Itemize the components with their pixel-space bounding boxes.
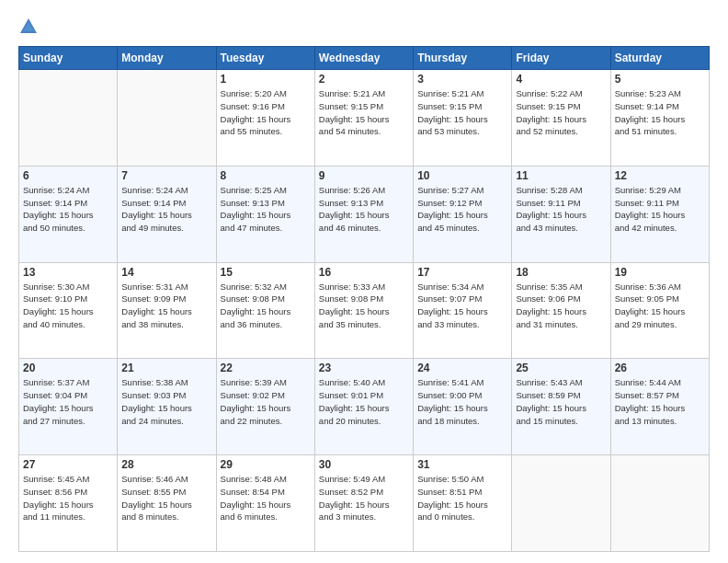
- weekday-header-cell: Thursday: [414, 47, 512, 70]
- day-number: 14: [121, 266, 211, 279]
- day-number: 10: [417, 169, 507, 182]
- calendar-week-row: 13Sunrise: 5:30 AMSunset: 9:10 PMDayligh…: [19, 262, 710, 359]
- calendar-day-cell: 5Sunrise: 5:23 AMSunset: 9:14 PMDaylight…: [610, 70, 709, 167]
- calendar-week-row: 20Sunrise: 5:37 AMSunset: 9:04 PMDayligh…: [19, 359, 710, 455]
- calendar-day-cell: 28Sunrise: 5:46 AMSunset: 8:55 PMDayligh…: [118, 455, 216, 552]
- day-number: 5: [615, 73, 705, 86]
- day-info: Sunrise: 5:50 AMSunset: 8:51 PMDaylight:…: [417, 473, 507, 523]
- calendar-day-cell: 13Sunrise: 5:30 AMSunset: 9:10 PMDayligh…: [19, 262, 118, 359]
- day-info: Sunrise: 5:37 AMSunset: 9:04 PMDaylight:…: [23, 376, 113, 427]
- calendar-day-cell: 31Sunrise: 5:50 AMSunset: 8:51 PMDayligh…: [414, 455, 512, 552]
- day-info: Sunrise: 5:24 AMSunset: 9:14 PMDaylight:…: [121, 184, 211, 235]
- day-number: 3: [417, 73, 507, 86]
- day-info: Sunrise: 5:39 AMSunset: 9:02 PMDaylight:…: [221, 376, 311, 427]
- day-info: Sunrise: 5:20 AMSunset: 9:16 PMDaylight:…: [221, 87, 311, 138]
- calendar-day-cell: 10Sunrise: 5:27 AMSunset: 9:12 PMDayligh…: [414, 166, 512, 262]
- calendar-day-cell: 3Sunrise: 5:21 AMSunset: 9:15 PMDaylight…: [414, 70, 512, 167]
- day-number: 17: [417, 266, 507, 279]
- day-info: Sunrise: 5:41 AMSunset: 9:00 PMDaylight:…: [417, 376, 507, 427]
- calendar-day-cell: 9Sunrise: 5:26 AMSunset: 9:13 PMDaylight…: [314, 166, 413, 262]
- calendar-day-cell: 14Sunrise: 5:31 AMSunset: 9:09 PMDayligh…: [118, 262, 216, 359]
- weekday-header-cell: Friday: [512, 47, 610, 70]
- calendar-day-cell: 15Sunrise: 5:32 AMSunset: 9:08 PMDayligh…: [216, 262, 314, 359]
- day-info: Sunrise: 5:34 AMSunset: 9:07 PMDaylight:…: [417, 281, 507, 331]
- day-info: Sunrise: 5:49 AMSunset: 8:52 PMDaylight:…: [319, 473, 409, 523]
- day-number: 13: [23, 266, 113, 279]
- day-number: 12: [615, 169, 705, 182]
- calendar-day-cell: 11Sunrise: 5:28 AMSunset: 9:11 PMDayligh…: [512, 166, 610, 262]
- calendar-day-cell: 16Sunrise: 5:33 AMSunset: 9:08 PMDayligh…: [314, 262, 413, 359]
- day-number: 6: [23, 169, 113, 182]
- day-number: 2: [319, 73, 409, 86]
- day-info: Sunrise: 5:30 AMSunset: 9:10 PMDaylight:…: [23, 281, 113, 331]
- day-number: 7: [121, 169, 211, 182]
- calendar-day-cell: 18Sunrise: 5:35 AMSunset: 9:06 PMDayligh…: [512, 262, 610, 359]
- calendar-day-cell: 23Sunrise: 5:40 AMSunset: 9:01 PMDayligh…: [314, 359, 413, 455]
- day-info: Sunrise: 5:35 AMSunset: 9:06 PMDaylight:…: [516, 281, 606, 331]
- day-info: Sunrise: 5:31 AMSunset: 9:09 PMDaylight:…: [121, 281, 211, 331]
- calendar-week-row: 27Sunrise: 5:45 AMSunset: 8:56 PMDayligh…: [19, 455, 710, 552]
- weekday-header-cell: Wednesday: [314, 47, 413, 70]
- day-number: 1: [221, 73, 311, 86]
- day-info: Sunrise: 5:36 AMSunset: 9:05 PMDaylight:…: [615, 281, 705, 331]
- day-info: Sunrise: 5:38 AMSunset: 9:03 PMDaylight:…: [121, 376, 211, 427]
- day-number: 25: [516, 362, 606, 374]
- day-number: 9: [319, 169, 409, 182]
- calendar-day-cell: 1Sunrise: 5:20 AMSunset: 9:16 PMDaylight…: [216, 70, 314, 167]
- calendar-week-row: 6Sunrise: 5:24 AMSunset: 9:14 PMDaylight…: [19, 166, 710, 262]
- day-number: 24: [417, 362, 507, 374]
- calendar-day-cell: 20Sunrise: 5:37 AMSunset: 9:04 PMDayligh…: [19, 359, 118, 455]
- day-info: Sunrise: 5:29 AMSunset: 9:11 PMDaylight:…: [615, 184, 705, 235]
- day-number: 20: [23, 362, 113, 374]
- logo: [18, 17, 42, 37]
- day-info: Sunrise: 5:26 AMSunset: 9:13 PMDaylight:…: [319, 184, 409, 235]
- day-info: Sunrise: 5:46 AMSunset: 8:55 PMDaylight:…: [121, 473, 211, 523]
- weekday-header-cell: Monday: [118, 47, 216, 70]
- calendar-day-cell: 27Sunrise: 5:45 AMSunset: 8:56 PMDayligh…: [19, 455, 118, 552]
- calendar-day-cell: 25Sunrise: 5:43 AMSunset: 8:59 PMDayligh…: [512, 359, 610, 455]
- day-number: 27: [23, 458, 113, 471]
- day-info: Sunrise: 5:22 AMSunset: 9:15 PMDaylight:…: [516, 87, 606, 138]
- calendar-day-cell: 6Sunrise: 5:24 AMSunset: 9:14 PMDaylight…: [19, 166, 118, 262]
- day-number: 19: [615, 266, 705, 279]
- day-info: Sunrise: 5:40 AMSunset: 9:01 PMDaylight:…: [319, 376, 409, 427]
- day-number: 16: [319, 266, 409, 279]
- calendar-empty-cell: [19, 70, 118, 167]
- day-info: Sunrise: 5:43 AMSunset: 8:59 PMDaylight:…: [516, 376, 606, 427]
- day-info: Sunrise: 5:48 AMSunset: 8:54 PMDaylight:…: [221, 473, 311, 523]
- day-number: 23: [319, 362, 409, 374]
- logo-icon: [18, 17, 39, 37]
- weekday-header-row: SundayMondayTuesdayWednesdayThursdayFrid…: [19, 47, 710, 70]
- day-number: 22: [221, 362, 311, 374]
- calendar-day-cell: 7Sunrise: 5:24 AMSunset: 9:14 PMDaylight…: [118, 166, 216, 262]
- day-number: 8: [221, 169, 311, 182]
- day-number: 31: [417, 458, 507, 471]
- day-number: 11: [516, 169, 606, 182]
- day-number: 15: [221, 266, 311, 279]
- day-info: Sunrise: 5:23 AMSunset: 9:14 PMDaylight:…: [615, 87, 705, 138]
- calendar-day-cell: 19Sunrise: 5:36 AMSunset: 9:05 PMDayligh…: [610, 262, 709, 359]
- calendar-table: SundayMondayTuesdayWednesdayThursdayFrid…: [18, 46, 710, 552]
- weekday-header-cell: Sunday: [19, 47, 118, 70]
- calendar-day-cell: 30Sunrise: 5:49 AMSunset: 8:52 PMDayligh…: [314, 455, 413, 552]
- day-info: Sunrise: 5:33 AMSunset: 9:08 PMDaylight:…: [319, 281, 409, 331]
- day-info: Sunrise: 5:25 AMSunset: 9:13 PMDaylight:…: [221, 184, 311, 235]
- day-info: Sunrise: 5:32 AMSunset: 9:08 PMDaylight:…: [221, 281, 311, 331]
- calendar-day-cell: 12Sunrise: 5:29 AMSunset: 9:11 PMDayligh…: [610, 166, 709, 262]
- calendar-body: 1Sunrise: 5:20 AMSunset: 9:16 PMDaylight…: [19, 70, 710, 552]
- day-number: 21: [121, 362, 211, 374]
- calendar-empty-cell: [610, 455, 709, 552]
- day-number: 4: [516, 73, 606, 86]
- calendar-day-cell: 29Sunrise: 5:48 AMSunset: 8:54 PMDayligh…: [216, 455, 314, 552]
- day-info: Sunrise: 5:21 AMSunset: 9:15 PMDaylight:…: [319, 87, 409, 138]
- calendar-day-cell: 21Sunrise: 5:38 AMSunset: 9:03 PMDayligh…: [118, 359, 216, 455]
- day-info: Sunrise: 5:27 AMSunset: 9:12 PMDaylight:…: [417, 184, 507, 235]
- day-number: 30: [319, 458, 409, 471]
- calendar-day-cell: 17Sunrise: 5:34 AMSunset: 9:07 PMDayligh…: [414, 262, 512, 359]
- day-info: Sunrise: 5:28 AMSunset: 9:11 PMDaylight:…: [516, 184, 606, 235]
- calendar-page: SundayMondayTuesdayWednesdayThursdayFrid…: [0, 0, 728, 563]
- calendar-empty-cell: [512, 455, 610, 552]
- calendar-day-cell: 22Sunrise: 5:39 AMSunset: 9:02 PMDayligh…: [216, 359, 314, 455]
- calendar-day-cell: 2Sunrise: 5:21 AMSunset: 9:15 PMDaylight…: [314, 70, 413, 167]
- calendar-empty-cell: [118, 70, 216, 167]
